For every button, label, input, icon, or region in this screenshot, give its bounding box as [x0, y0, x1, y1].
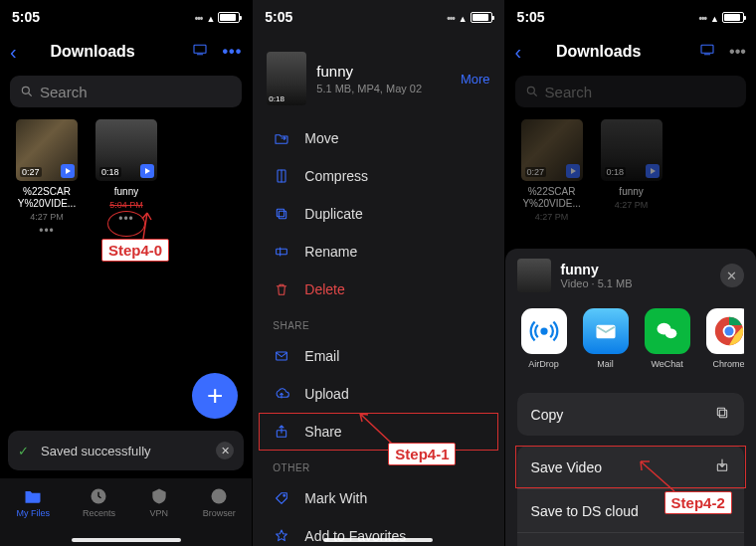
file-name: funny [114, 186, 138, 198]
play-badge-icon [140, 164, 154, 178]
status-time: 5:05 [265, 9, 292, 25]
svg-point-1 [22, 87, 29, 93]
annotation-step42: Step4-2 [664, 491, 732, 514]
menu-compress[interactable]: Compress [253, 157, 503, 195]
video-duration: 0:18 [99, 167, 121, 177]
file-more-button[interactable]: ••• [39, 224, 55, 238]
home-indicator[interactable] [323, 538, 433, 542]
share-header: funny Video · 5.1 MB ✕ [517, 259, 744, 292]
duplicate-icon [273, 205, 290, 223]
file-time: 5:04 PM [109, 200, 143, 210]
mail-icon [583, 308, 629, 354]
file-grid: 0:27 %22SCARY%20VIDE..._708 4:27 PM 0:18… [505, 113, 756, 228]
status-time: 5:05 [517, 9, 545, 25]
menu-rename[interactable]: Rename [253, 233, 503, 271]
svg-rect-0 [194, 45, 206, 53]
rename-icon [273, 243, 290, 261]
annotation-box [259, 413, 497, 451]
svg-rect-7 [277, 249, 287, 254]
sheet-header: 0:18 funny 5.1 MB, MP4, May 02 More [253, 34, 503, 119]
status-bar: 5:05 [505, 0, 756, 34]
svg-rect-20 [719, 410, 726, 417]
wifi-icon [459, 9, 467, 25]
app-chrome[interactable]: Chrome [706, 308, 744, 369]
toast-text: Saved successfully [41, 444, 151, 458]
bottom-tabs: My Files Recents VPN Browser [0, 478, 252, 546]
share-icon [273, 423, 290, 441]
toast: Saved successfully ✕ [8, 431, 244, 470]
cast-icon[interactable] [192, 42, 208, 62]
action-save-ds[interactable]: Save to DS [517, 532, 744, 546]
wifi-icon [710, 9, 718, 25]
status-indicators [195, 9, 240, 25]
tab-browser[interactable]: Browser [203, 486, 236, 518]
cast-icon[interactable] [699, 42, 715, 62]
fab-add-button[interactable]: + [192, 373, 238, 419]
play-badge-icon [61, 164, 75, 178]
menu-share[interactable]: Share [253, 413, 503, 451]
actions-group-1: Copy [517, 393, 744, 436]
share-close-button[interactable]: ✕ [720, 264, 744, 287]
airdrop-icon [521, 308, 567, 354]
compress-icon [273, 167, 290, 185]
email-icon [273, 347, 290, 365]
menu-upload[interactable]: Upload [253, 375, 503, 413]
svg-point-3 [212, 489, 227, 504]
search-input[interactable]: Search [515, 76, 746, 107]
action-save-video[interactable]: Save Video [517, 446, 744, 488]
menu-move[interactable]: Move [253, 119, 503, 157]
app-mail[interactable]: Mail [583, 308, 629, 369]
search-icon [20, 85, 34, 98]
svg-point-19 [724, 326, 733, 335]
menu-duplicate[interactable]: Duplicate [253, 195, 503, 233]
file-name: %22SCARY%20VIDE..._708 [16, 186, 78, 210]
action-menu: Move Compress Duplicate Rename Delete SH… [253, 119, 503, 546]
status-bar: 5:05 [253, 0, 503, 34]
more-dots-icon[interactable]: ••• [222, 43, 242, 61]
svg-point-12 [527, 87, 534, 93]
file-more-button[interactable]: ••• [118, 212, 134, 226]
battery-icon [471, 12, 492, 23]
file-item: 0:18 funny 4:27 PM [601, 119, 662, 222]
menu-delete[interactable]: Delete [253, 271, 503, 308]
annotation-step41: Step4-1 [388, 443, 456, 465]
nav-header: ‹ Downloads ••• [505, 34, 756, 70]
save-icon [714, 457, 730, 476]
home-indicator[interactable] [72, 538, 181, 542]
tab-myfiles[interactable]: My Files [16, 486, 50, 518]
svg-point-16 [664, 328, 676, 338]
file-grid: 0:27 %22SCARY%20VIDE..._708 4:27 PM ••• … [0, 113, 252, 244]
sheet-title: funny [316, 63, 451, 80]
file-item[interactable]: 0:27 %22SCARY%20VIDE..._708 4:27 PM ••• [16, 119, 78, 238]
check-icon [18, 444, 33, 458]
file-item: 0:27 %22SCARY%20VIDE..._708 4:27 PM [521, 119, 583, 222]
tab-recents[interactable]: Recents [83, 486, 115, 518]
svg-point-13 [541, 329, 546, 334]
app-airdrop[interactable]: AirDrop [521, 308, 567, 369]
search-placeholder: Search [40, 84, 88, 100]
section-share: SHARE [253, 308, 503, 337]
menu-mark[interactable]: Mark With [253, 479, 503, 517]
more-dots-icon[interactable]: ••• [729, 43, 746, 61]
share-apps-row: AirDrop Mail WeChat Chrome [517, 308, 744, 369]
chrome-icon [706, 308, 744, 354]
svg-rect-6 [278, 209, 284, 216]
menu-email[interactable]: Email [253, 337, 503, 375]
search-input[interactable]: Search [10, 76, 242, 107]
share-title: funny [561, 262, 710, 277]
wifi-icon [206, 9, 214, 25]
tab-vpn[interactable]: VPN [148, 486, 170, 518]
file-item[interactable]: 0:18 funny 5:04 PM ••• [95, 119, 157, 238]
share-thumbnail [517, 259, 551, 292]
file-thumbnail: 0:18 [95, 119, 157, 181]
toast-close-button[interactable]: ✕ [216, 442, 234, 459]
copy-icon [714, 405, 730, 424]
upload-icon [273, 385, 290, 403]
sheet-subtitle: 5.1 MB, MP4, May 02 [316, 83, 451, 94]
app-wechat[interactable]: WeChat [645, 308, 690, 369]
action-copy[interactable]: Copy [517, 393, 744, 436]
page-title: Downloads [1, 43, 185, 61]
cellular-icon [698, 9, 706, 25]
sheet-more-button[interactable]: More [461, 72, 490, 87]
status-time: 5:05 [12, 9, 40, 25]
